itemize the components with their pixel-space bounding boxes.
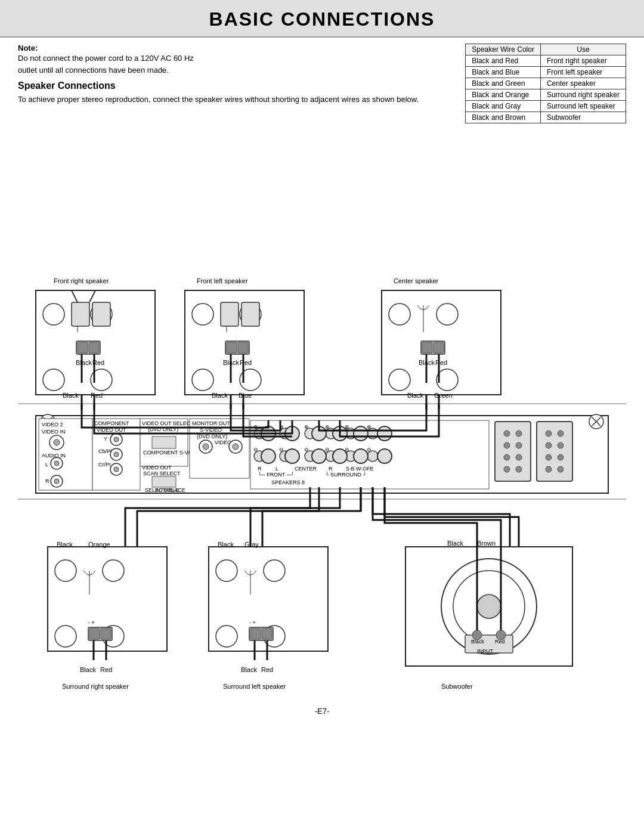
svg-point-92 (114, 467, 119, 472)
svg-point-166 (516, 466, 522, 472)
svg-text:L: L (45, 462, 48, 468)
svg-text:Black: Black (241, 666, 257, 673)
svg-text:Blue: Blue (239, 392, 252, 399)
svg-text:Gray: Gray (244, 541, 259, 548)
wire-color-1: Black and Blue (466, 67, 541, 78)
svg-text:Front right speaker: Front right speaker (54, 277, 109, 284)
wire-use-5: Subwoofer (540, 112, 626, 123)
note-label: Note: (18, 44, 453, 52)
page-number: -E7- (0, 707, 644, 722)
svg-text:Green: Green (434, 392, 453, 399)
svg-point-174 (558, 466, 564, 472)
svg-point-148 (377, 449, 392, 463)
table-row: Black and Gray Surround left speaker (466, 101, 626, 112)
svg-point-177 (103, 560, 124, 581)
svg-text:-   +: - + (249, 620, 256, 626)
wire-use-0: Front right speaker (540, 55, 626, 67)
svg-point-142 (377, 426, 392, 441)
svg-rect-60 (221, 302, 239, 326)
svg-point-161 (504, 442, 510, 448)
svg-point-73 (54, 439, 60, 445)
svg-text:COMPONENT: COMPONENT (94, 420, 129, 426)
svg-text:VIDEO OUT SELECT: VIDEO OUT SELECT (142, 420, 194, 426)
wire-color-table: Speaker Wire Color Use Black and Red Fro… (465, 44, 626, 123)
svg-point-136 (367, 451, 378, 462)
speaker-connections-title: Speaker Connections (18, 81, 453, 91)
diagram-area: .diag-text { font-family: Arial, sans-se… (0, 129, 644, 702)
svg-point-194 (264, 560, 285, 581)
table-header-color: Speaker Wire Color (466, 44, 541, 55)
svg-point-147 (354, 449, 368, 463)
svg-text:CENTER: CENTER (295, 466, 317, 472)
wire-color-0: Black and Red (466, 55, 541, 67)
svg-point-146 (333, 449, 347, 463)
svg-text:SCAN SELECT: SCAN SELECT (143, 470, 181, 476)
svg-text:Red: Red (435, 359, 447, 366)
svg-point-167 (546, 431, 552, 436)
svg-rect-27 (227, 342, 237, 353)
svg-text:INTERLACE: INTERLACE (155, 487, 185, 493)
svg-point-165 (504, 466, 510, 472)
svg-text:Black: Black (447, 540, 463, 547)
svg-point-164 (516, 454, 522, 460)
svg-text:VIDEO IN: VIDEO IN (42, 429, 66, 435)
table-row: Black and Blue Front left speaker (466, 67, 626, 78)
svg-text:Red: Red (261, 666, 273, 673)
top-section: Note: Do not connect the power cord to a… (0, 44, 644, 123)
svg-rect-96 (152, 436, 176, 448)
svg-point-89 (114, 452, 119, 457)
svg-text:Black: Black (80, 666, 96, 673)
svg-text:Black: Black (57, 541, 73, 548)
svg-text:R: R (258, 466, 262, 472)
svg-rect-157 (495, 422, 531, 481)
note-area: Note: Do not connect the power cord to a… (18, 44, 453, 123)
wire-color-table-container: Speaker Wire Color Use Black and Red Fro… (465, 44, 626, 123)
svg-text:Orange: Orange (88, 541, 110, 548)
svg-rect-158 (537, 422, 572, 481)
svg-text:Y: Y (104, 436, 107, 442)
svg-point-160 (516, 431, 522, 436)
svg-text:Cr/Pr: Cr/Pr (98, 462, 111, 468)
svg-point-39 (389, 304, 410, 325)
svg-text:L: L (275, 466, 278, 472)
svg-point-108 (203, 444, 209, 450)
note-line1: Do not connect the power cord to a 120V … (18, 52, 453, 64)
svg-point-111 (233, 444, 239, 450)
speaker-connections-desc: To achieve proper stereo reproduction, c… (18, 94, 453, 106)
svg-text:R: R (329, 466, 333, 472)
wire-use-4: Surround left speaker (540, 101, 626, 112)
svg-rect-9 (78, 342, 88, 353)
svg-text:VIDEO 2: VIDEO 2 (42, 422, 63, 428)
svg-point-86 (114, 437, 119, 442)
svg-point-178 (55, 626, 76, 647)
svg-point-3 (43, 304, 64, 325)
svg-rect-10 (89, 342, 99, 353)
svg-rect-61 (242, 302, 259, 326)
wire-use-2: Center speaker (540, 78, 626, 89)
svg-rect-183 (101, 629, 111, 639)
svg-point-220 (496, 630, 506, 640)
svg-text:MONITOR OUT: MONITOR OUT (192, 420, 230, 426)
table-row: Black and Red Front right speaker (466, 55, 626, 67)
svg-point-159 (504, 431, 510, 436)
wire-use-3: Surround right speaker (540, 89, 626, 101)
svg-text:Center speaker: Center speaker (394, 277, 439, 284)
svg-point-176 (55, 560, 76, 581)
wire-color-3: Black and Orange (466, 89, 541, 101)
svg-point-5 (43, 369, 64, 391)
table-row: Black and Brown Subwoofer (466, 112, 626, 123)
table-row: Black and Orange Surround right speaker (466, 89, 626, 101)
svg-text:Subwoofer: Subwoofer (441, 683, 473, 690)
svg-text:└─ FRONT ─┘: └─ FRONT ─┘ (258, 471, 294, 478)
svg-point-173 (546, 466, 552, 472)
svg-text:Red: Red (100, 666, 112, 673)
svg-text:Brown: Brown (477, 540, 496, 547)
svg-rect-56 (72, 302, 89, 326)
svg-text:R: R (45, 478, 49, 484)
svg-text:└ SURROUND ┘: └ SURROUND ┘ (325, 471, 367, 478)
svg-text:Black: Black (407, 392, 423, 399)
svg-rect-100 (152, 476, 176, 487)
title-bar: BASIC CONNECTIONS (0, 0, 644, 38)
wire-use-1: Front left speaker (540, 67, 626, 78)
svg-point-41 (389, 369, 410, 391)
